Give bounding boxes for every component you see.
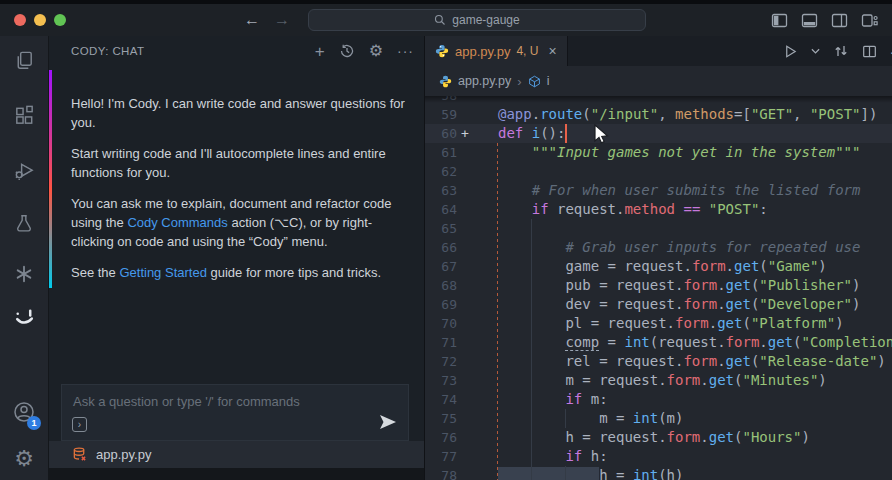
gutter-marker — [457, 295, 473, 314]
panel-title: CODY: CHAT — [71, 45, 315, 57]
window-controls — [14, 14, 66, 26]
line-number: 62 — [425, 162, 457, 181]
asterisk-icon[interactable] — [0, 259, 48, 289]
code-line[interactable]: 77 if h: — [425, 447, 892, 466]
code-lines: 5859@app.route("/input", methods=["GET",… — [425, 96, 892, 480]
code-line[interactable]: 65 — [425, 219, 892, 238]
chat-link[interactable]: Getting Started — [119, 265, 206, 280]
sync-changes-icon[interactable] — [833, 43, 849, 59]
editor-actions: ··· — [783, 36, 892, 66]
forward-arrow-icon[interactable]: → — [274, 11, 290, 29]
code-line[interactable]: 72 rel = request.form.get("Release-date"… — [425, 352, 892, 371]
code-line[interactable]: 66 # Grab user inputs for repeated use — [425, 238, 892, 257]
code-line[interactable]: 59@app.route("/input", methods=["GET", "… — [425, 105, 892, 124]
workbench: 1 ⚙ CODY: CHAT + ⚙ ··· Hello! I'm Cod — [0, 36, 892, 480]
chat-message-paragraph: You can ask me to explain, document and … — [71, 194, 410, 251]
back-arrow-icon[interactable]: ← — [244, 11, 260, 29]
chat-message-paragraph: See the Getting Started guide for more t… — [71, 263, 410, 282]
files-icon[interactable] — [0, 45, 48, 75]
chat-input-box[interactable]: Ask a question or type '/' for commands … — [61, 384, 409, 441]
split-editor-icon[interactable] — [862, 44, 877, 59]
chat-context-row[interactable]: app.py.py — [49, 441, 424, 468]
gutter-marker — [457, 447, 473, 466]
vscode-window: ← → game-gauge — [0, 0, 892, 480]
slash-commands-icon[interactable]: › — [72, 417, 87, 432]
code-line[interactable]: 76 h = request.form.get("Hours") — [425, 428, 892, 447]
database-missing-icon — [72, 447, 87, 462]
code-line[interactable]: 71 comp = int(request.form.get("Completi… — [425, 333, 892, 352]
gutter-marker — [457, 428, 473, 447]
run-icon[interactable] — [783, 44, 798, 59]
chat-transcript: Hello! I'm Cody. I can write code and an… — [49, 66, 424, 294]
line-number: 64 — [425, 200, 457, 219]
accounts-badge: 1 — [27, 416, 41, 430]
cody-chat-panel: CODY: CHAT + ⚙ ··· Hello! I'm Cody. I ca… — [48, 36, 425, 480]
symbol-cube-icon — [528, 75, 541, 88]
code-line[interactable]: 70 pl = request.form.get("Platform") — [425, 314, 892, 333]
accounts-icon[interactable]: 1 — [0, 397, 48, 427]
search-icon — [434, 14, 446, 26]
run-debug-icon[interactable] — [0, 155, 48, 185]
settings-gear-icon[interactable]: ⚙ — [0, 444, 48, 474]
toggle-secondary-sidebar-icon[interactable] — [831, 12, 848, 29]
chevron-down-icon[interactable] — [811, 48, 820, 55]
code-line[interactable]: 61 """Input games not yet in the system"… — [425, 143, 892, 162]
more-ellipsis-icon[interactable]: ··· — [397, 43, 414, 59]
python-icon — [435, 44, 449, 58]
code-editor[interactable]: 5859@app.route("/input", methods=["GET",… — [425, 96, 892, 480]
breadcrumb-separator: › — [517, 74, 521, 89]
code-line[interactable]: 67 game = request.form.get("Game") — [425, 257, 892, 276]
send-icon[interactable] — [379, 414, 397, 430]
chat-settings-gear-icon[interactable]: ⚙ — [369, 43, 383, 59]
code-line[interactable]: 62 — [425, 162, 892, 181]
titlebar: ← → game-gauge — [0, 4, 892, 36]
customize-layout-icon[interactable] — [861, 12, 878, 29]
code-line[interactable]: 69 dev = request.form.get("Developer") — [425, 295, 892, 314]
tab-bar: app.py.py 4, U × ··· — [425, 36, 892, 66]
test-flask-icon[interactable] — [0, 209, 48, 239]
new-chat-plus-icon[interactable]: + — [315, 43, 325, 60]
chat-link[interactable]: Cody Commands — [127, 215, 227, 230]
code-line[interactable]: 58 — [425, 96, 892, 105]
code-line[interactable]: 64 if request.method == "POST": — [425, 200, 892, 219]
code-line[interactable]: 74 if m: — [425, 390, 892, 409]
minimize-window-button[interactable] — [34, 14, 46, 26]
line-number: 66 — [425, 238, 457, 257]
gutter-marker — [457, 238, 473, 257]
gutter-marker — [457, 257, 473, 276]
close-icon[interactable]: × — [548, 44, 556, 58]
code-line[interactable]: 73 m = request.form.get("Minutes") — [425, 371, 892, 390]
line-number: 70 — [425, 314, 457, 333]
line-number: 68 — [425, 276, 457, 295]
line-number: 71 — [425, 333, 457, 352]
line-number: 73 — [425, 371, 457, 390]
gutter-marker — [457, 352, 473, 371]
close-window-button[interactable] — [14, 14, 26, 26]
python-icon — [439, 75, 452, 88]
cody-icon[interactable] — [0, 302, 48, 332]
tab-app-py-py[interactable]: app.py.py 4, U × — [425, 36, 568, 66]
breadcrumb-symbol[interactable]: i — [547, 74, 550, 88]
code-line[interactable]: 63 # For when user submits the listed fo… — [425, 181, 892, 200]
line-number: 63 — [425, 181, 457, 200]
extensions-icon[interactable] — [0, 100, 48, 130]
code-line[interactable]: 68 pub = request.form.get("Publisher") — [425, 276, 892, 295]
code-line[interactable]: 75 m = int(m) — [425, 409, 892, 428]
code-line[interactable]: 78 h = int(h) — [425, 466, 892, 480]
gutter-marker — [457, 219, 473, 238]
breadcrumb-file[interactable]: app.py.py — [458, 74, 511, 88]
line-number: 74 — [425, 390, 457, 409]
line-number: 58 — [425, 96, 457, 105]
activity-bar: 1 ⚙ — [0, 36, 48, 480]
toggle-panel-icon[interactable] — [801, 12, 818, 29]
history-clock-icon[interactable] — [339, 43, 355, 59]
line-number: 75 — [425, 409, 457, 428]
zoom-window-button[interactable] — [54, 14, 66, 26]
gutter-marker — [457, 409, 473, 428]
toggle-primary-sidebar-icon[interactable] — [771, 12, 788, 29]
line-number: 61 — [425, 143, 457, 162]
code-line[interactable]: 60+def i(): — [425, 124, 892, 143]
gutter-marker — [457, 181, 473, 200]
command-center-search[interactable]: game-gauge — [308, 9, 646, 31]
line-number: 65 — [425, 219, 457, 238]
